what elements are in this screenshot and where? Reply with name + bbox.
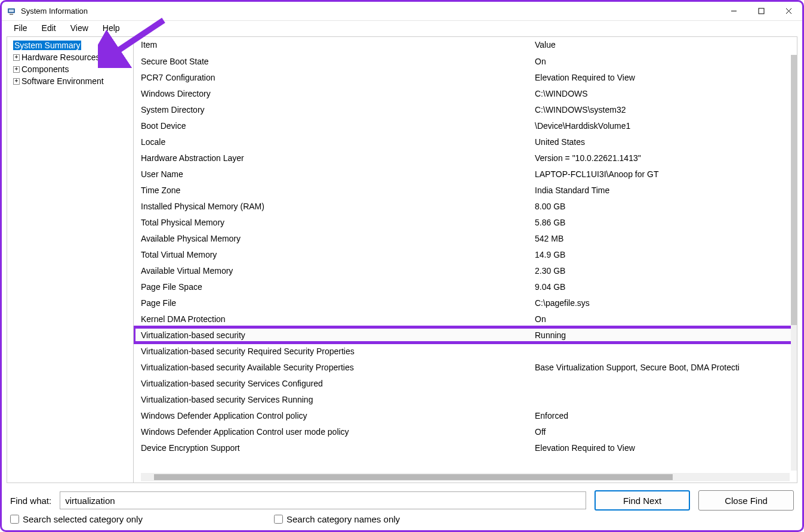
close-find-button[interactable]: Close Find [698, 490, 794, 511]
details-panel: Item Value Secure Boot StateOnPCR7 Confi… [134, 37, 797, 482]
cell-value: 8.00 GB [535, 202, 790, 211]
cell-item: Windows Defender Application Control pol… [141, 411, 535, 420]
table-row[interactable]: Virtualization-based securityRunning [134, 327, 797, 343]
cell-value: 5.86 GB [535, 218, 790, 227]
cell-item: System Directory [141, 105, 535, 115]
details-grid[interactable]: Item Value Secure Boot StateOnPCR7 Confi… [134, 37, 797, 473]
horizontal-scroll-thumb[interactable] [154, 474, 673, 480]
cell-value: On [535, 314, 790, 324]
svg-rect-1 [9, 10, 14, 12]
table-row[interactable]: Installed Physical Memory (RAM)8.00 GB [134, 198, 797, 214]
table-row[interactable]: Available Physical Memory542 MB [134, 230, 797, 246]
cell-value: C:\WINDOWS\system32 [535, 105, 790, 115]
tree-item[interactable]: System Summary [10, 39, 131, 51]
table-row[interactable]: LocaleUnited States [134, 134, 797, 150]
expand-icon[interactable]: + [13, 66, 20, 73]
maximize-button[interactable] [747, 2, 775, 21]
horizontal-scrollbar[interactable] [141, 473, 790, 481]
window-title: System Information [21, 7, 88, 16]
cell-value: United States [535, 137, 790, 147]
cell-item: Locale [141, 137, 535, 147]
cell-item: Virtualization-based security Available … [141, 363, 535, 372]
table-row[interactable]: Windows Defender Application Control pol… [134, 407, 797, 423]
cell-value: \Device\HarddiskVolume1 [535, 121, 790, 131]
tree-item[interactable]: +Hardware Resources [10, 51, 131, 63]
menu-view[interactable]: View [63, 22, 96, 34]
grid-header-row[interactable]: Item Value [134, 37, 797, 53]
menu-edit[interactable]: Edit [35, 22, 63, 34]
table-row[interactable]: Virtualization-based security Services R… [134, 391, 797, 407]
search-category-names-checkbox[interactable]: Search category names only [274, 514, 400, 524]
cell-value: On [535, 57, 790, 66]
table-row[interactable]: Kernel DMA ProtectionOn [134, 311, 797, 327]
cell-value: Running [535, 330, 790, 340]
cell-value: C:\WINDOWS [535, 89, 790, 98]
cell-item: Hardware Abstraction Layer [141, 153, 535, 163]
search-category-names-label: Search category names only [287, 514, 400, 524]
cell-item: Secure Boot State [141, 57, 535, 66]
tree-item[interactable]: +Software Environment [10, 75, 131, 87]
cell-item: Total Physical Memory [141, 218, 535, 227]
cell-item: Windows Defender Application Control use… [141, 427, 535, 437]
table-row[interactable]: Total Virtual Memory14.9 GB [134, 246, 797, 262]
search-selected-category-checkbox[interactable]: Search selected category only [10, 514, 143, 524]
cell-value: Base Virtualization Support, Secure Boot… [535, 363, 790, 372]
search-selected-category-input[interactable] [10, 515, 19, 524]
cell-item: Available Physical Memory [141, 234, 535, 243]
cell-item: Virtualization-based security Services C… [141, 379, 535, 388]
find-input[interactable] [60, 491, 586, 509]
tree-item-label: Software Environment [21, 76, 104, 86]
cell-item: Time Zone [141, 185, 535, 195]
table-row[interactable]: Virtualization-based security Required S… [134, 343, 797, 359]
cell-value: 14.9 GB [535, 250, 790, 259]
find-next-button[interactable]: Find Next [594, 490, 690, 511]
table-row[interactable]: Available Virtual Memory2.30 GB [134, 262, 797, 279]
column-header-item[interactable]: Item [141, 40, 535, 50]
table-row[interactable]: Page File Space9.04 GB [134, 279, 797, 295]
table-row[interactable]: System DirectoryC:\WINDOWS\system32 [134, 101, 797, 117]
column-header-value[interactable]: Value [535, 40, 790, 50]
table-row[interactable]: Page FileC:\pagefile.sys [134, 295, 797, 311]
expand-icon[interactable]: + [13, 54, 20, 61]
cell-value: 2.30 GB [535, 266, 790, 276]
table-row[interactable]: Time ZoneIndia Standard Time [134, 182, 797, 198]
table-row[interactable]: Boot Device\Device\HarddiskVolume1 [134, 117, 797, 134]
content-area: System Summary+Hardware Resources+Compon… [7, 36, 797, 483]
table-row[interactable]: Device Encryption SupportElevation Requi… [134, 440, 797, 456]
table-row[interactable]: Secure Boot StateOn [134, 53, 797, 69]
cell-item: Device Encryption Support [141, 443, 535, 453]
cell-item: Virtualization-based security Required S… [141, 347, 535, 356]
find-what-label: Find what: [10, 496, 51, 506]
table-row[interactable]: User NameLAPTOP-FCL1UI3I\Anoop for GT [134, 166, 797, 182]
cell-value: C:\pagefile.sys [535, 298, 790, 308]
tree-item-label: Hardware Resources [21, 52, 100, 62]
expand-icon[interactable]: + [13, 78, 20, 85]
search-category-names-input[interactable] [274, 515, 283, 524]
vertical-scrollbar[interactable] [791, 55, 797, 471]
cell-item: PCR7 Configuration [141, 73, 535, 82]
category-tree[interactable]: System Summary+Hardware Resources+Compon… [7, 37, 134, 482]
vertical-scroll-thumb[interactable] [791, 55, 797, 325]
cell-item: Installed Physical Memory (RAM) [141, 202, 535, 211]
app-icon [7, 7, 16, 16]
close-button[interactable] [775, 2, 802, 21]
cell-value: Elevation Required to View [535, 73, 790, 82]
tree-item-label: Components [21, 64, 69, 74]
cell-item: Boot Device [141, 121, 535, 131]
table-row[interactable]: Virtualization-based security Available … [134, 359, 797, 375]
minimize-button[interactable] [720, 2, 747, 21]
table-row[interactable]: PCR7 ConfigurationElevation Required to … [134, 69, 797, 85]
table-row[interactable]: Virtualization-based security Services C… [134, 375, 797, 391]
menu-help[interactable]: Help [96, 22, 127, 34]
cell-item: Page File Space [141, 282, 535, 292]
svg-rect-4 [759, 8, 764, 14]
table-row[interactable]: Total Physical Memory5.86 GB [134, 214, 797, 230]
cell-value: Enforced [535, 411, 790, 420]
table-row[interactable]: Windows DirectoryC:\WINDOWS [134, 85, 797, 101]
table-row[interactable]: Hardware Abstraction LayerVersion = "10.… [134, 150, 797, 166]
table-row[interactable]: Windows Defender Application Control use… [134, 423, 797, 440]
menubar: File Edit View Help [2, 21, 802, 35]
menu-file[interactable]: File [7, 22, 35, 34]
tree-item[interactable]: +Components [10, 63, 131, 75]
cell-item: Page File [141, 298, 535, 308]
